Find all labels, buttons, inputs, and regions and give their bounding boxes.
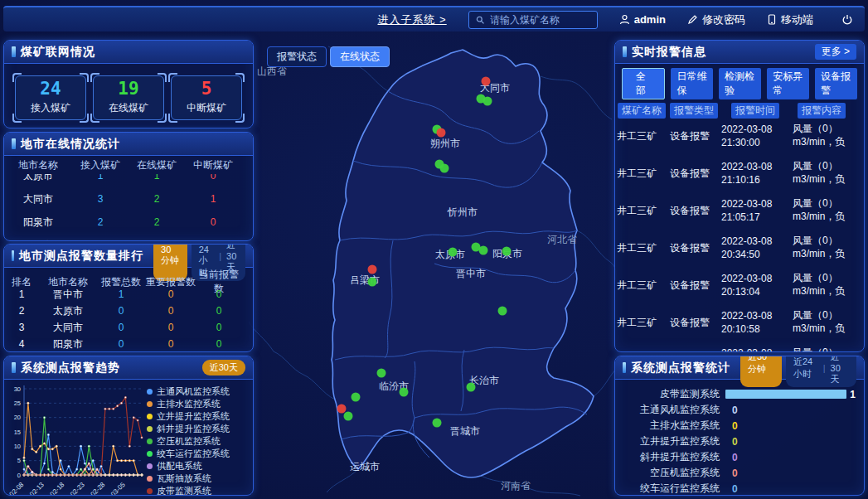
table-row[interactable]: 4阳泉市000	[4, 336, 253, 352]
tab-检测检验[interactable]: 检测检验	[719, 68, 761, 99]
user-menu[interactable]: admin	[619, 13, 666, 26]
search-icon	[476, 15, 484, 25]
legend-item[interactable]: 主通风机监控系统	[147, 385, 250, 398]
bar-label: 绞车运行监控系统	[618, 482, 725, 496]
map-toggle-报警状态[interactable]: 报警状态	[267, 46, 327, 67]
mine-dot-green[interactable]	[433, 419, 442, 428]
bar-row[interactable]: 空压机监控系统0	[618, 465, 856, 481]
table-row[interactable]: 1晋中市100	[4, 286, 253, 303]
mine-dot-green[interactable]	[377, 369, 386, 378]
bar-row[interactable]: 绞车运行监控系统0	[618, 481, 856, 496]
column-header: 接入煤矿	[72, 158, 129, 172]
bar-row[interactable]: 主通风机监控系统0	[618, 402, 856, 418]
legend-item[interactable]: 斜井提升监控系统	[147, 423, 250, 435]
power-button[interactable]	[841, 14, 853, 26]
stat-value: 19	[118, 80, 138, 98]
alarm-table-header: 煤矿名称报警类型报警时间报警内容	[615, 103, 864, 119]
alarm-row[interactable]: 井工三矿设备报警2022-03-08 20:02:37风量（0）m3/min，负…	[615, 342, 864, 352]
legend-item[interactable]: 供配电系统	[147, 460, 250, 472]
alarm-row[interactable]: 井工三矿设备报警2022-03-08 21:10:16风量（0）m3/min，负…	[615, 156, 864, 193]
data-point	[92, 468, 94, 470]
data-point	[47, 468, 49, 470]
table-row[interactable]: 长治市220	[4, 234, 253, 241]
filter-group[interactable]: 近24小时|近30天	[786, 356, 856, 387]
mine-dot-red[interactable]	[437, 128, 446, 138]
mine-dot-green[interactable]	[440, 164, 449, 173]
more-button[interactable]: 更多 >	[815, 44, 856, 60]
mine-dot-green[interactable]	[483, 97, 492, 106]
legend-item[interactable]: 主排水监控系统	[147, 398, 250, 410]
table-row[interactable]: 2太原市000	[4, 303, 253, 319]
mine-dot-green[interactable]	[502, 247, 512, 256]
legend-item[interactable]: 瓦斯抽放系统	[147, 472, 250, 485]
bar-row[interactable]: 皮带监测系统1	[618, 386, 856, 402]
enter-subsystem-link[interactable]: 进入子系统 >	[377, 12, 446, 27]
table-row[interactable]: 阳泉市220	[4, 211, 253, 234]
system-bar-chart: 皮带监测系统1主通风机监控系统0主排水监控系统0立井提升监控系统0斜井提升监控系…	[615, 380, 864, 496]
alarm-row[interactable]: 井工三矿设备报警2022-03-08 20:10:58风量（0）m3/min，负…	[615, 305, 864, 342]
mine-dot-green[interactable]	[498, 307, 507, 316]
legend-item[interactable]: 空压机监控系统	[147, 435, 250, 448]
tab-安标异常[interactable]: 安标异常	[767, 68, 809, 99]
data-point	[23, 474, 25, 476]
table-row[interactable]: 3大同市000	[4, 319, 253, 336]
mine-dot-green[interactable]	[352, 393, 361, 402]
x-tick-label: 02-23	[69, 481, 86, 496]
series-line	[24, 397, 142, 475]
filter-近30天[interactable]: 近30天	[831, 356, 849, 385]
alarm-row[interactable]: 井工三矿设备报警2022-03-08 21:05:17风量（0）m3/min，负…	[615, 193, 864, 230]
mine-dot-green[interactable]	[368, 278, 377, 287]
mine-dot-red[interactable]	[337, 405, 347, 414]
bar-row[interactable]: 主排水监控系统0	[618, 418, 856, 434]
mobile-button[interactable]: 移动端	[767, 12, 813, 27]
legend-item[interactable]: 绞车运行监控系统	[147, 448, 250, 460]
mine-dot-green[interactable]	[344, 412, 353, 421]
filter-近30分钟[interactable]: 近30分钟	[740, 356, 782, 387]
bar-row[interactable]: 立井提升监控系统0	[618, 434, 856, 449]
alarm-content: 风量（0）m3/min，负压（…	[791, 160, 852, 188]
trend-filter-30d[interactable]: 近30天	[202, 360, 245, 375]
mine-dot-green[interactable]	[479, 246, 488, 255]
table-header: 排名地市名称报警总数重要报警数当前报警数	[4, 268, 253, 286]
bar-row[interactable]: 斜井提升监控系统0	[618, 449, 856, 465]
legend-dot-icon	[147, 488, 153, 494]
change-password-button[interactable]: 修改密码	[687, 12, 745, 27]
map-toggle-在线状态[interactable]: 在线状态	[330, 46, 390, 67]
corner-accent	[90, 114, 99, 123]
corner-accent	[235, 114, 245, 123]
mine-search-box[interactable]	[468, 11, 598, 29]
mine-dot-red[interactable]	[482, 77, 491, 86]
legend-item[interactable]: 立井提升监控系统	[147, 410, 250, 423]
table-row[interactable]: 大同市321	[4, 187, 253, 211]
filter-divider: |	[823, 363, 826, 373]
mine-dot-green[interactable]	[467, 383, 476, 392]
alarm-row[interactable]: 井工三矿设备报警2022-03-08 20:13:04风量（0）m3/min，负…	[615, 268, 864, 305]
cell: 1	[185, 193, 241, 205]
corner-accent	[12, 73, 22, 82]
mine-dot-green[interactable]	[449, 248, 458, 257]
title-tick-icon	[12, 138, 16, 149]
data-point	[56, 445, 57, 447]
mine-dot-green[interactable]	[400, 388, 409, 397]
data-point	[56, 474, 57, 476]
title-tick-icon	[12, 362, 16, 373]
alarm-row[interactable]: 井工三矿设备报警2022-03-08 21:30:00风量（0）m3/min，负…	[615, 119, 864, 156]
data-point	[113, 408, 114, 409]
bar-track	[725, 421, 729, 430]
mine-dot-red[interactable]	[368, 265, 377, 274]
filter-近24小时[interactable]: 近24小时	[793, 356, 818, 380]
table-row[interactable]: 太原市110	[4, 174, 253, 187]
search-input[interactable]	[488, 13, 590, 27]
data-point	[36, 451, 37, 453]
alarm-row[interactable]: 井工三矿设备报警2022-03-08 20:34:50风量（0）m3/min，负…	[615, 230, 864, 268]
data-point	[92, 460, 94, 462]
tab-全部[interactable]: 全部	[622, 68, 665, 99]
tab-日常维保[interactable]: 日常维保	[671, 68, 713, 99]
tab-设备报警[interactable]: 设备报警	[815, 68, 857, 99]
legend-label: 皮带监测系统	[157, 485, 211, 496]
neighbor-label: 河南省	[501, 480, 531, 492]
data-point	[27, 465, 29, 467]
data-point	[68, 465, 70, 467]
legend-dot-icon	[147, 476, 153, 482]
legend-item[interactable]: 皮带监测系统	[147, 485, 250, 496]
